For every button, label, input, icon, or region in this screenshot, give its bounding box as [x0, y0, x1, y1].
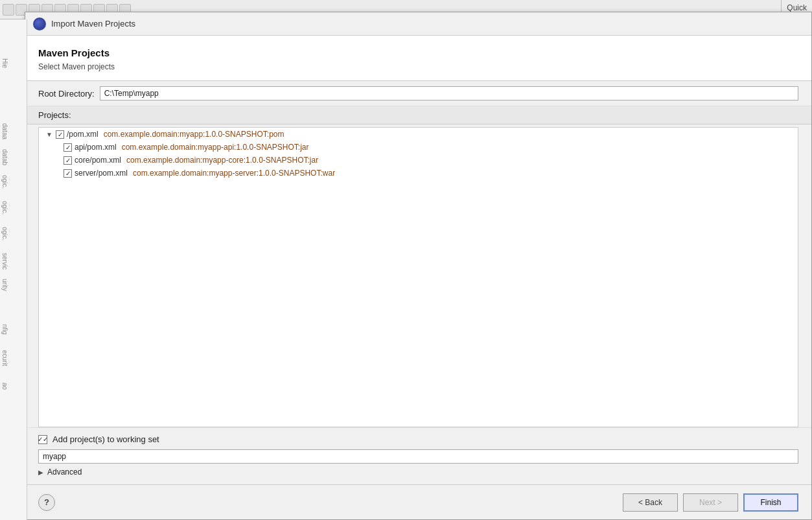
- dialog-content: Root Directory: Projects: ▼ /pom.xml com…: [25, 81, 811, 484]
- ide-sidebar: Hie dataa datab ogic. ogic. ogic. servic…: [0, 19, 27, 520]
- sidebar-text-2: dataa: [1, 123, 8, 139]
- projects-section-header: Projects:: [25, 106, 811, 124]
- tree-checkbox-root[interactable]: [56, 130, 64, 139]
- tree-row-root[interactable]: ▼ /pom.xml com.example.domain:myapp:1.0.…: [39, 128, 798, 141]
- root-directory-label: Root Directory:: [38, 89, 95, 99]
- sidebar-text-8: urity: [1, 279, 8, 291]
- tree-checkbox-server[interactable]: [64, 169, 72, 178]
- tree-row-api[interactable]: api/pom.xml com.example.domain:myapp-api…: [39, 141, 798, 154]
- back-button[interactable]: < Back: [623, 493, 678, 512]
- tree-checkbox-api[interactable]: [64, 143, 72, 152]
- maven-icon: [33, 18, 46, 30]
- tree-row-core[interactable]: core/pom.xml com.example.domain:myapp-co…: [39, 154, 798, 167]
- tree-filename-core: core/pom.xml: [75, 156, 121, 165]
- root-directory-input[interactable]: [100, 86, 798, 100]
- tree-artifact-root: com.example.domain:myapp:1.0.0-SNAPSHOT:…: [104, 130, 284, 139]
- bottom-section: ✓ Add project(s) to working set ▶ Advanc…: [25, 427, 811, 484]
- sidebar-text-9: nfig: [1, 324, 8, 335]
- sidebar-text-5: ogic.: [1, 201, 8, 215]
- sidebar-text-11: ao: [1, 383, 8, 390]
- working-set-label: Add project(s) to working set: [52, 434, 159, 444]
- advanced-row[interactable]: ▶ Advanced: [38, 464, 798, 480]
- finish-button[interactable]: Finish: [743, 493, 798, 512]
- toolbar-btn-1[interactable]: [3, 4, 14, 16]
- working-set-row: ✓ Add project(s) to working set: [38, 434, 798, 444]
- sidebar-text-4: ogic.: [1, 175, 8, 189]
- next-button[interactable]: Next >: [683, 493, 738, 512]
- advanced-label[interactable]: Advanced: [47, 467, 82, 477]
- sidebar-text-1: Hie: [1, 58, 8, 68]
- dialog-body: Maven Projects Select Maven projects Roo…: [25, 36, 811, 484]
- advanced-chevron-icon: ▶: [38, 469, 43, 476]
- help-button[interactable]: ?: [38, 494, 55, 511]
- sidebar-text-6: ogic.: [1, 227, 8, 241]
- tree-row-server[interactable]: server/pom.xml com.example.domain:myapp-…: [39, 167, 798, 180]
- dialog-header: Maven Projects Select Maven projects: [25, 36, 811, 81]
- tree-artifact-core: com.example.domain:myapp-core:1.0.0-SNAP…: [126, 156, 318, 165]
- sidebar-text-3: datab: [1, 149, 8, 165]
- working-set-checkbox[interactable]: ✓: [38, 435, 47, 444]
- tree-filename-root: /pom.xml: [67, 130, 99, 139]
- import-dialog: Import Maven Projects Maven Projects Sel…: [25, 12, 812, 520]
- root-directory-row: Root Directory:: [25, 81, 811, 106]
- tree-checkbox-core[interactable]: [64, 156, 72, 165]
- tree-filename-api: api/pom.xml: [75, 143, 117, 152]
- dialog-buttons: ? < Back Next > Finish: [25, 484, 811, 519]
- dialog-titlebar: Import Maven Projects: [25, 12, 811, 36]
- projects-section: Projects: ▼ /pom.xml com.example.domain:…: [25, 106, 811, 427]
- tree-chevron-root[interactable]: ▼: [45, 130, 53, 138]
- tree-filename-server: server/pom.xml: [75, 169, 128, 178]
- section-subtext: Select Maven projects: [38, 62, 798, 71]
- working-set-input[interactable]: [38, 449, 798, 464]
- dialog-title: Import Maven Projects: [51, 19, 135, 29]
- sidebar-text-10: ecurit: [1, 350, 8, 366]
- tree-artifact-server: com.example.domain:myapp-server:1.0.0-SN…: [133, 169, 335, 178]
- projects-tree[interactable]: ▼ /pom.xml com.example.domain:myapp:1.0.…: [38, 127, 798, 427]
- section-heading: Maven Projects: [38, 47, 798, 58]
- tree-artifact-api: com.example.domain:myapp-api:1.0.0-SNAPS…: [122, 143, 309, 152]
- sidebar-text-7: servic: [1, 253, 8, 270]
